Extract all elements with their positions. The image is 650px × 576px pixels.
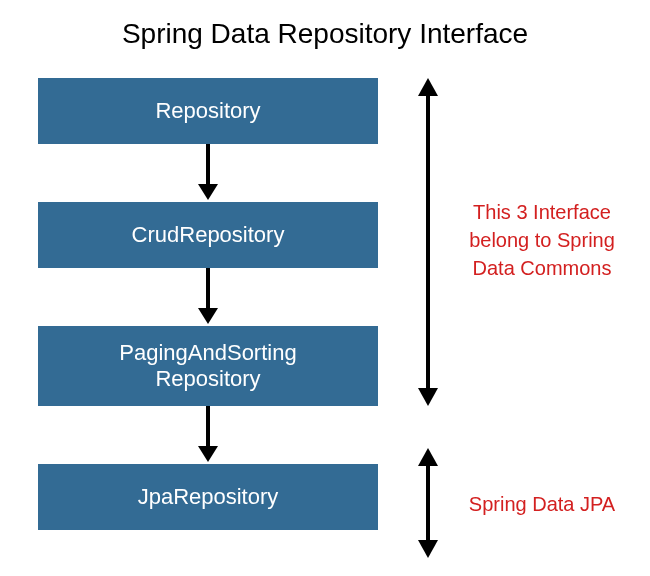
double-arrow-icon bbox=[414, 78, 442, 410]
hierarchy-column: Repository CrudRepository PagingAndSorti… bbox=[38, 78, 378, 530]
svg-marker-5 bbox=[198, 446, 218, 462]
box-label-line1: PagingAndSorting bbox=[119, 340, 296, 366]
arrow-down-icon bbox=[38, 144, 378, 202]
svg-marker-7 bbox=[418, 78, 438, 96]
box-label-line2: Repository bbox=[119, 366, 296, 392]
double-arrow-icon bbox=[414, 448, 442, 562]
box-crud-repository: CrudRepository bbox=[38, 202, 378, 268]
diagram-title: Spring Data Repository Interface bbox=[0, 0, 650, 60]
annotation-line: belong to Spring bbox=[452, 226, 632, 254]
box-label: Repository bbox=[155, 98, 260, 124]
arrow-down-icon bbox=[38, 406, 378, 464]
svg-marker-8 bbox=[418, 388, 438, 406]
diagram-body: Repository CrudRepository PagingAndSorti… bbox=[0, 60, 650, 570]
annotation-spring-data-jpa: Spring Data JPA bbox=[452, 490, 632, 518]
box-repository: Repository bbox=[38, 78, 378, 144]
box-jpa-repository: JpaRepository bbox=[38, 464, 378, 530]
arrow-down-icon bbox=[38, 268, 378, 326]
box-label: CrudRepository bbox=[132, 222, 285, 248]
box-paging-sorting-repository: PagingAndSorting Repository bbox=[38, 326, 378, 406]
box-label: JpaRepository bbox=[138, 484, 279, 510]
svg-marker-10 bbox=[418, 448, 438, 466]
annotation-spring-data-commons: This 3 Interface belong to Spring Data C… bbox=[452, 198, 632, 282]
annotation-line: Data Commons bbox=[452, 254, 632, 282]
svg-marker-1 bbox=[198, 184, 218, 200]
annotation-line: This 3 Interface bbox=[452, 198, 632, 226]
annotation-column: This 3 Interface belong to Spring Data C… bbox=[398, 78, 638, 568]
svg-marker-3 bbox=[198, 308, 218, 324]
annotation-line: Spring Data JPA bbox=[452, 490, 632, 518]
svg-marker-11 bbox=[418, 540, 438, 558]
